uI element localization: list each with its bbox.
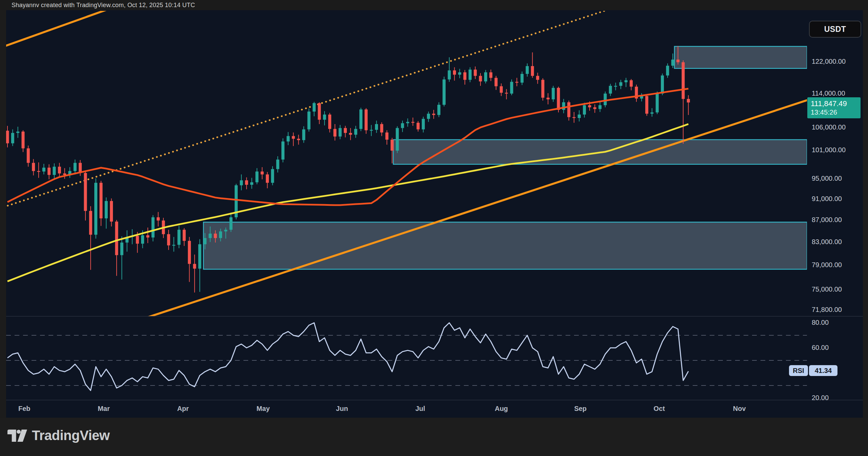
month-label: May [257, 405, 270, 413]
candle-body [391, 140, 394, 151]
candle-body [209, 234, 212, 238]
candle-body [203, 238, 206, 244]
candle-body [266, 174, 269, 183]
candle-body [500, 86, 503, 93]
candle-body [281, 141, 284, 159]
candle-body [32, 163, 35, 171]
month-label: Sep [574, 405, 587, 413]
candle-body [562, 102, 565, 110]
header-credit-bar: Shayannv created with TradingView.com, O… [0, 0, 868, 10]
left-margin [0, 10, 6, 418]
candle-body [224, 230, 227, 232]
candle-body [323, 115, 326, 120]
candle-body [37, 171, 40, 172]
footer-brand-bar [0, 418, 868, 456]
candle-body [339, 128, 342, 137]
candle-body [110, 201, 113, 222]
candle-body [287, 136, 290, 141]
candle-body [411, 122, 414, 123]
candle-body [661, 76, 664, 94]
rsi-label: RSI [789, 365, 808, 376]
candle-body [292, 136, 295, 139]
candle-body [625, 80, 628, 82]
last-price-value: 111,847.49 [811, 99, 861, 108]
candle-body [183, 230, 186, 241]
candle-body [588, 105, 591, 107]
candle-body [105, 201, 108, 218]
candle-body [354, 129, 357, 135]
price-pane[interactable] [6, 0, 868, 319]
candle-body [271, 169, 274, 183]
month-label: Mar [98, 405, 110, 413]
candle-body [557, 88, 560, 110]
candle-body [630, 80, 633, 87]
candle-body [515, 82, 518, 83]
rsi-value-badge: RSI 41.34 [789, 365, 837, 376]
candle-body [567, 102, 570, 117]
candle-body [308, 112, 311, 130]
candle-body [505, 93, 508, 94]
candle-body [240, 180, 243, 185]
candle-body [609, 86, 612, 94]
candle-body [349, 133, 352, 135]
price-tick-label: 79,000.00 [812, 261, 842, 269]
candle-body [604, 94, 607, 105]
candle-body [484, 72, 487, 81]
credit-text: Shayannv created with TradingView.com, O… [12, 2, 195, 9]
candle-body [458, 72, 461, 75]
candle-body [437, 105, 440, 115]
candle-body [417, 123, 420, 129]
candle-body [510, 82, 513, 94]
candle-body [276, 160, 279, 169]
rsi-current-value: 41.34 [809, 365, 837, 376]
candle-body [219, 232, 222, 238]
price-tick-label: 95,000.00 [812, 175, 842, 182]
month-label: Feb [18, 405, 31, 413]
candle-body [333, 129, 336, 136]
candle-body [141, 235, 144, 244]
candle-body [619, 82, 622, 86]
month-label: Aug [495, 405, 508, 413]
rsi-line[interactable] [7, 323, 688, 391]
candle-body [328, 115, 331, 129]
price-tick-label: 101,000.00 [812, 146, 846, 154]
candle-body [63, 174, 66, 175]
candle-body [157, 217, 160, 220]
candle-body [58, 167, 61, 174]
candle-body [442, 79, 446, 105]
price-chart-canvas[interactable] [0, 0, 868, 456]
candle-body [578, 115, 581, 118]
month-label: Nov [733, 405, 746, 413]
month-label: Jul [415, 405, 425, 413]
month-label: Apr [177, 405, 189, 413]
price-tick-label: 87,000.00 [812, 216, 842, 224]
candle-body [541, 80, 544, 98]
rsi-pane[interactable] [6, 323, 807, 391]
candle-body [261, 172, 264, 175]
candle-body [593, 107, 596, 109]
tradingview-wordmark: TradingView [32, 428, 110, 443]
candle-body [687, 99, 690, 102]
candle-body [297, 139, 300, 140]
price-tick-label: 75,000.00 [812, 285, 842, 293]
channel-lower[interactable] [142, 100, 807, 319]
lower-support-zone[interactable] [203, 222, 807, 269]
tradingview-brand[interactable]: TradingView [7, 428, 110, 443]
rsi-tick-label: 20.00 [812, 394, 829, 402]
candle-body [16, 132, 19, 133]
candle-body [676, 60, 679, 62]
candle-body [364, 110, 368, 130]
candle-body [198, 244, 201, 269]
resistance-zone[interactable] [674, 46, 807, 68]
candle-body [230, 217, 233, 230]
candle-body [74, 163, 77, 171]
month-label: Jun [336, 405, 348, 413]
candle-body [666, 66, 669, 76]
candle-body [99, 183, 102, 218]
candle-body [359, 110, 362, 129]
candle-body [47, 167, 51, 175]
price-tick-label: 83,000.00 [812, 238, 842, 246]
candle-body [531, 66, 534, 76]
candle-body [255, 172, 258, 182]
candle-body [250, 182, 253, 185]
